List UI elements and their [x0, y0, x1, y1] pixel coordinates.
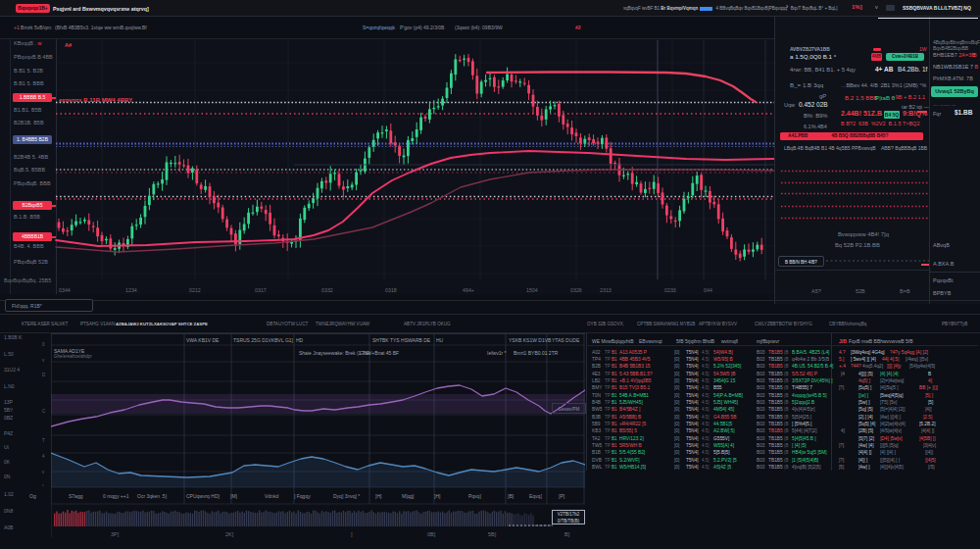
svg-text:A#: A# [65, 42, 72, 48]
svg-text:expvnzs B.11B MW4 4BBY: expvnzs B.11B MW4 4BBY [59, 97, 132, 103]
